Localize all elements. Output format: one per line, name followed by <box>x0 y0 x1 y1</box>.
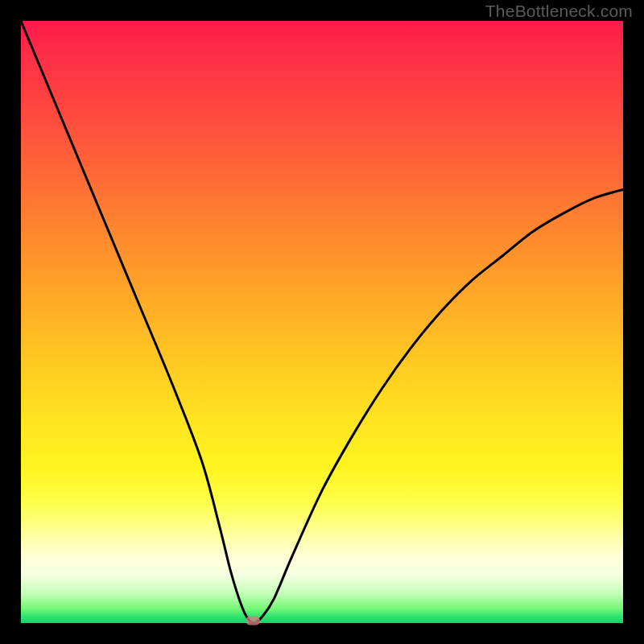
plot-area <box>21 21 623 623</box>
minimum-marker <box>246 617 260 625</box>
watermark-text: TheBottleneck.com <box>485 2 633 21</box>
bottleneck-curve <box>21 21 623 623</box>
chart-frame: TheBottleneck.com <box>0 0 644 644</box>
